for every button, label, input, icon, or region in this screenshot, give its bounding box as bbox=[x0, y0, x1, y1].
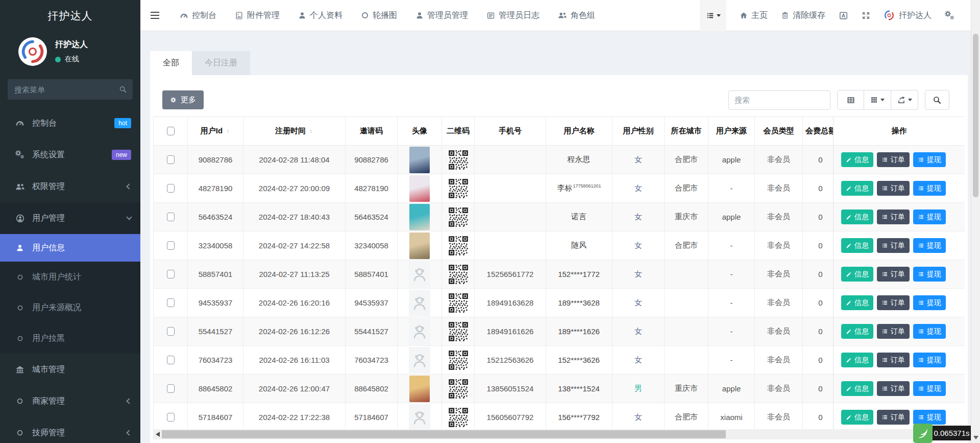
avatar-default[interactable] bbox=[409, 347, 430, 374]
avatar-default[interactable] bbox=[409, 404, 430, 431]
withdraw-button[interactable]: 提现 bbox=[913, 295, 946, 310]
info-button[interactable]: 信息 bbox=[841, 295, 873, 310]
select-all-checkbox[interactable] bbox=[167, 127, 175, 135]
qr-code-icon[interactable] bbox=[448, 150, 469, 170]
qr-code-icon[interactable] bbox=[448, 207, 469, 227]
header-register-time[interactable]: 注册时间 bbox=[243, 117, 346, 145]
info-button[interactable]: 信息 bbox=[841, 267, 873, 282]
search-icon[interactable] bbox=[119, 85, 127, 94]
order-button[interactable]: 订单 bbox=[877, 353, 910, 367]
avatar-photo[interactable] bbox=[409, 376, 430, 402]
trace-logo-icon[interactable] bbox=[913, 424, 933, 443]
table-search-input[interactable] bbox=[728, 90, 830, 110]
scroll-left-arrow-icon[interactable] bbox=[156, 432, 160, 437]
search-button[interactable] bbox=[925, 90, 949, 110]
home-button[interactable]: 主页 bbox=[740, 10, 768, 21]
avatar-photo[interactable] bbox=[409, 147, 430, 173]
settings-gears-icon[interactable] bbox=[945, 11, 954, 20]
sidebar-item-user-source-overview[interactable]: 用户来源概况 bbox=[0, 292, 140, 323]
scroll-down-arrow-icon[interactable] bbox=[973, 436, 978, 439]
order-button[interactable]: 订单 bbox=[877, 324, 910, 339]
withdraw-button[interactable]: 提现 bbox=[913, 381, 946, 396]
info-button[interactable]: 信息 bbox=[841, 181, 873, 196]
row-checkbox[interactable] bbox=[167, 327, 175, 336]
withdraw-button[interactable]: 提现 bbox=[913, 181, 946, 196]
columns-button[interactable] bbox=[864, 90, 891, 110]
navbar-brand[interactable]: 扞护达人 bbox=[884, 10, 932, 21]
fullscreen-icon[interactable] bbox=[862, 11, 870, 20]
withdraw-button[interactable]: 提现 bbox=[913, 209, 946, 224]
export-button[interactable] bbox=[891, 90, 918, 110]
avatar-default[interactable] bbox=[409, 290, 430, 316]
withdraw-button[interactable]: 提现 bbox=[913, 324, 946, 339]
nav-item-profile[interactable]: 个人资料 bbox=[298, 10, 342, 21]
nav-item-role-groups[interactable]: 角色组 bbox=[558, 10, 595, 21]
row-checkbox[interactable] bbox=[167, 270, 175, 278]
order-button[interactable]: 订单 bbox=[877, 295, 910, 310]
horizontal-scrollbar-thumb[interactable] bbox=[162, 430, 726, 438]
header-user-id[interactable]: 用户Id bbox=[188, 117, 243, 145]
withdraw-button[interactable]: 提现 bbox=[913, 410, 946, 425]
withdraw-button[interactable]: 提现 bbox=[913, 267, 946, 282]
sidebar-item-merchant-management[interactable]: 商家管理 bbox=[0, 385, 140, 417]
nav-item-admin-management[interactable]: 管理员管理 bbox=[415, 10, 468, 21]
toggle-view-button[interactable] bbox=[837, 90, 864, 110]
qr-code-icon[interactable] bbox=[448, 264, 469, 285]
qr-code-icon[interactable] bbox=[448, 321, 469, 342]
row-checkbox[interactable] bbox=[167, 213, 175, 221]
withdraw-button[interactable]: 提现 bbox=[913, 152, 946, 167]
language-icon[interactable] bbox=[839, 11, 848, 20]
row-checkbox[interactable] bbox=[167, 356, 175, 364]
info-button[interactable]: 信息 bbox=[841, 209, 873, 224]
avatar-photo[interactable] bbox=[409, 232, 430, 259]
avatar-photo[interactable] bbox=[409, 204, 430, 230]
info-button[interactable]: 信息 bbox=[841, 381, 873, 396]
order-button[interactable]: 订单 bbox=[877, 238, 910, 253]
info-button[interactable]: 信息 bbox=[841, 353, 873, 367]
info-button[interactable]: 信息 bbox=[841, 238, 873, 253]
row-checkbox[interactable] bbox=[167, 155, 175, 164]
order-button[interactable]: 订单 bbox=[877, 181, 910, 196]
row-checkbox[interactable] bbox=[167, 413, 175, 422]
sort-icon[interactable] bbox=[226, 128, 230, 135]
order-button[interactable]: 订单 bbox=[877, 209, 910, 224]
tab-today-registered[interactable]: 今日注册 bbox=[192, 51, 250, 75]
nav-item-admin-logs[interactable]: 管理员日志 bbox=[486, 10, 540, 21]
qr-code-icon[interactable] bbox=[448, 178, 469, 199]
sidebar-search-input[interactable] bbox=[8, 79, 133, 100]
withdraw-button[interactable]: 提现 bbox=[913, 238, 946, 253]
row-checkbox[interactable] bbox=[167, 298, 175, 307]
sidebar-item-system-settings[interactable]: 系统设置 new bbox=[0, 139, 140, 171]
sidebar-item-user-management[interactable]: 用户管理 bbox=[0, 202, 140, 234]
row-checkbox[interactable] bbox=[167, 241, 175, 250]
nav-item-attachments[interactable]: 附件管理 bbox=[235, 10, 280, 21]
vertical-scrollbar-thumb[interactable] bbox=[973, 34, 978, 197]
qr-code-icon[interactable] bbox=[448, 350, 469, 370]
sidebar-item-permissions[interactable]: 权限管理 bbox=[0, 171, 140, 202]
menu-dropdown-button[interactable] bbox=[700, 0, 726, 31]
info-button[interactable]: 信息 bbox=[841, 152, 873, 167]
nav-item-console[interactable]: 控制台 bbox=[180, 10, 216, 21]
avatar-default[interactable] bbox=[409, 261, 430, 288]
sort-icon[interactable] bbox=[309, 128, 313, 135]
sidebar-item-city-user-stats[interactable]: 城市用户统计 bbox=[0, 262, 140, 292]
order-button[interactable]: 订单 bbox=[877, 410, 910, 425]
qr-code-icon[interactable] bbox=[448, 407, 469, 428]
info-button[interactable]: 信息 bbox=[841, 324, 873, 339]
hamburger-icon[interactable] bbox=[149, 10, 161, 21]
sidebar-item-technician-management[interactable]: 技师管理 bbox=[0, 417, 140, 443]
nav-item-carousel[interactable]: 轮播图 bbox=[361, 10, 397, 21]
withdraw-button[interactable]: 提现 bbox=[913, 353, 946, 367]
row-checkbox[interactable] bbox=[167, 184, 175, 193]
order-button[interactable]: 订单 bbox=[877, 152, 910, 167]
sidebar-item-user-blacklist[interactable]: 用户拉黑 bbox=[0, 323, 140, 354]
sidebar-item-user-info[interactable]: 用户信息 bbox=[0, 234, 140, 262]
user-avatar[interactable] bbox=[18, 37, 47, 66]
qr-code-icon[interactable] bbox=[448, 236, 469, 256]
sidebar-item-city-management[interactable]: 城市管理 bbox=[0, 354, 140, 385]
horizontal-scrollbar[interactable] bbox=[153, 429, 962, 439]
avatar-default[interactable] bbox=[409, 318, 430, 345]
row-checkbox[interactable] bbox=[167, 384, 175, 393]
order-button[interactable]: 订单 bbox=[877, 381, 910, 396]
vertical-scrollbar[interactable] bbox=[971, 0, 980, 443]
